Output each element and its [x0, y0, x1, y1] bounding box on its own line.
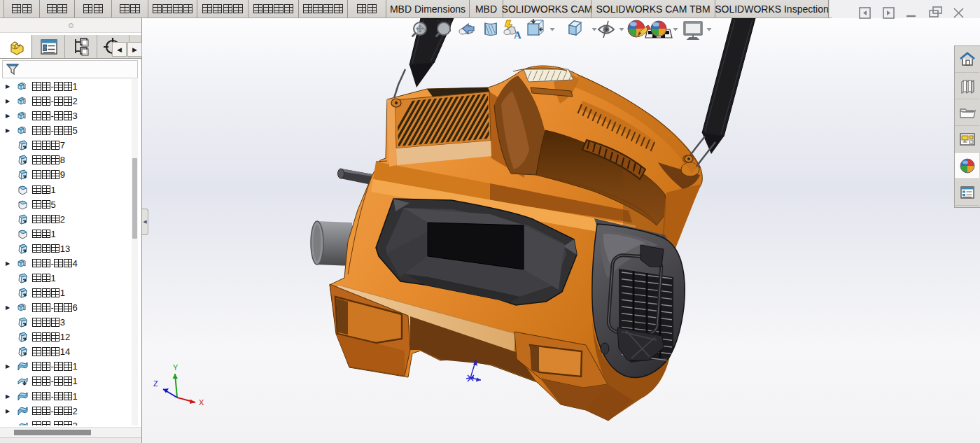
- svg-text:A: A: [514, 29, 522, 41]
